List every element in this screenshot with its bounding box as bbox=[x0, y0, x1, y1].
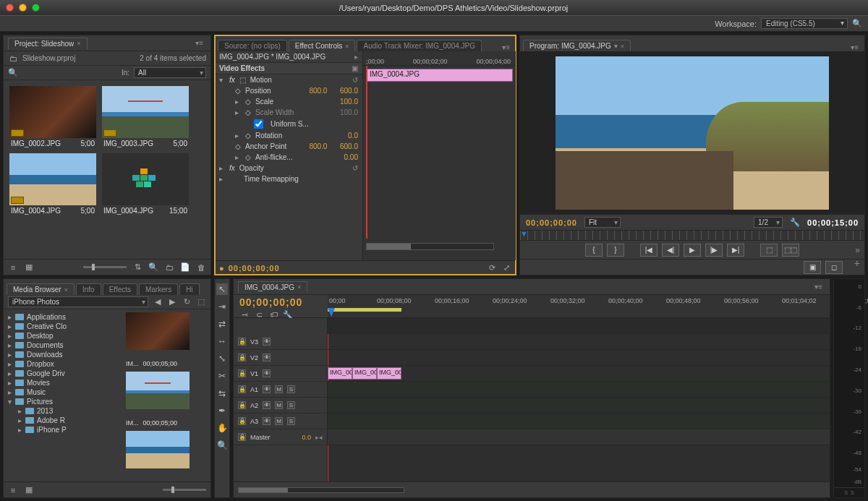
ripple-edit-tool[interactable]: ⇄ bbox=[216, 318, 228, 330]
search-icon[interactable]: 🔍 bbox=[852, 19, 862, 29]
audio-mixer-tab[interactable]: Audio Track Mixer: IMG_0004.JPG bbox=[357, 40, 482, 51]
reset-icon[interactable]: ↺ bbox=[352, 76, 358, 84]
icon-view-icon[interactable]: ▦ bbox=[24, 485, 34, 495]
effects-tab[interactable]: Effects bbox=[103, 283, 137, 295]
step-back-button[interactable]: ◀| bbox=[662, 244, 679, 257]
anchor-y[interactable]: 600.0 bbox=[340, 142, 358, 150]
list-view-icon[interactable]: ≡ bbox=[8, 262, 18, 273]
toggle-track-icon[interactable]: ▣ bbox=[352, 64, 358, 72]
selection-tool[interactable]: ↖ bbox=[216, 283, 228, 295]
close-icon[interactable]: × bbox=[621, 43, 624, 50]
expand-toggle[interactable]: ▾ bbox=[219, 76, 225, 84]
media-thumb[interactable] bbox=[126, 372, 190, 409]
rolling-edit-tool[interactable]: ↔ bbox=[216, 335, 228, 347]
project-tab[interactable]: Project: Slideshow× bbox=[8, 38, 88, 49]
media-source-dropdown[interactable]: iPhone Photos bbox=[8, 296, 148, 307]
folder-item[interactable]: ▸2013 bbox=[5, 406, 122, 416]
master-track-header[interactable]: 🔒Master0.0▸◂ bbox=[234, 429, 327, 445]
folder-item[interactable]: ▸Google Driv bbox=[5, 369, 122, 378]
play-button[interactable]: ▶ bbox=[684, 244, 701, 257]
refresh-icon[interactable]: ↻ bbox=[182, 297, 192, 307]
video-track-header[interactable]: 🔒V1👁 bbox=[234, 366, 327, 382]
ec-settings-icon[interactable]: ⤢ bbox=[501, 263, 511, 273]
info-tab[interactable]: Info bbox=[76, 283, 101, 295]
razor-tool[interactable]: ✂ bbox=[216, 370, 228, 382]
ec-scrollbar[interactable] bbox=[366, 243, 494, 250]
bin-item[interactable]: IMG_0004.JPG5;00 bbox=[9, 153, 96, 215]
solo-right[interactable]: S bbox=[851, 490, 854, 495]
new-item-icon[interactable]: 📄 bbox=[180, 262, 190, 273]
ec-time-ruler[interactable]: ;00;00 00;00;02;00 00;00;04;00 bbox=[363, 51, 516, 66]
motion-row[interactable]: Motion bbox=[250, 76, 348, 84]
extract-button[interactable]: ⬚⬚ bbox=[782, 244, 799, 257]
keyframe-toggle[interactable]: ◇ bbox=[245, 98, 251, 106]
timeline-clip[interactable]: IMG_000 bbox=[352, 367, 377, 380]
uniform-scale-checkbox[interactable] bbox=[254, 119, 263, 129]
markers-tab[interactable]: Markers bbox=[139, 283, 178, 295]
folder-item[interactable]: ▸Downloads bbox=[5, 350, 122, 359]
folder-item[interactable]: ▾Pictures bbox=[5, 397, 122, 406]
ec-clip-bar[interactable]: IMG_0004.JPG bbox=[366, 69, 513, 82]
audio-track-header[interactable]: 🔒A1👁MS bbox=[234, 382, 327, 398]
folder-item[interactable]: ▸Creative Clo bbox=[5, 322, 122, 331]
bin-item-sequence[interactable]: IMG_0004.JPG15;00 bbox=[102, 153, 189, 215]
ec-playhead[interactable] bbox=[366, 66, 367, 239]
work-area-bar[interactable] bbox=[328, 308, 401, 312]
workspace-dropdown[interactable]: Editing (CS5.5) bbox=[761, 18, 848, 29]
panel-menu-icon[interactable]: ▾≡ bbox=[812, 283, 825, 291]
loop-icon[interactable]: ⟳ bbox=[487, 263, 497, 273]
folder-item[interactable]: ▸Desktop bbox=[5, 331, 122, 341]
close-window-button[interactable] bbox=[6, 4, 14, 12]
folder-item[interactable]: ▸Music bbox=[5, 387, 122, 397]
hand-tool[interactable]: ✋ bbox=[216, 422, 228, 434]
timeline-ruler[interactable]: 00;00 00;00;08;00 00;00;16;00 00;00;24;0… bbox=[328, 295, 830, 317]
motion-transform-icon[interactable]: ⬚ bbox=[239, 76, 246, 84]
step-fwd-button[interactable]: |▶ bbox=[705, 244, 723, 257]
video-track-header[interactable]: 🔒V3👁 bbox=[234, 334, 327, 350]
keyframe-toggle[interactable]: ◇ bbox=[235, 87, 241, 95]
media-browser-tab[interactable]: Media Browser× bbox=[7, 283, 75, 295]
audio-track-header[interactable]: 🔒A3👁MS bbox=[234, 414, 327, 429]
opacity-row[interactable]: Opacity bbox=[239, 164, 348, 172]
mark-in-button[interactable]: { bbox=[585, 244, 603, 257]
folder-item[interactable]: ▸iPhone P bbox=[5, 425, 122, 434]
mark-out-button[interactable]: } bbox=[607, 244, 624, 257]
position-x[interactable]: 800.0 bbox=[309, 87, 327, 95]
folder-item[interactable]: ▸Applications bbox=[5, 312, 122, 322]
more-buttons-icon[interactable]: » bbox=[855, 245, 860, 255]
zoom-window-button[interactable] bbox=[32, 4, 40, 12]
search-icon[interactable]: 🔍 bbox=[148, 262, 158, 273]
go-to-in-button[interactable]: |◀ bbox=[640, 244, 658, 257]
panel-menu-icon[interactable]: ▾≡ bbox=[192, 39, 206, 47]
reset-icon[interactable]: ↺ bbox=[352, 164, 358, 172]
filter-dropdown[interactable]: All bbox=[134, 67, 206, 78]
nav-back-icon[interactable]: ◀ bbox=[153, 297, 163, 307]
minimize-window-button[interactable] bbox=[19, 4, 27, 12]
video-track-header[interactable]: 🔒V2👁 bbox=[234, 350, 327, 366]
ec-timecode[interactable]: 00;00;00;00 bbox=[229, 264, 280, 273]
timeline-tracks[interactable]: IMG_000 IMG_000 IMG_000 bbox=[328, 318, 830, 481]
time-remapping-row[interactable]: Time Remapping bbox=[244, 175, 358, 183]
rate-stretch-tool[interactable]: ⤡ bbox=[216, 353, 228, 364]
close-icon[interactable]: × bbox=[77, 40, 80, 47]
program-current-time[interactable]: 00;00;00;00 bbox=[526, 218, 577, 227]
source-tab[interactable]: Source: (no clips) bbox=[218, 40, 287, 51]
zoom-dropdown[interactable]: Fit bbox=[584, 217, 621, 228]
expand-toggle[interactable]: ▸ bbox=[235, 98, 241, 106]
list-view-icon[interactable]: ≡ bbox=[8, 485, 18, 495]
timeline-playhead[interactable] bbox=[328, 308, 335, 317]
panel-menu-icon[interactable]: ▾≡ bbox=[499, 43, 513, 51]
scale-value[interactable]: 100.0 bbox=[340, 98, 358, 106]
thumb-size-slider[interactable] bbox=[83, 266, 127, 268]
program-time-ruler[interactable]: ▼ bbox=[520, 230, 864, 240]
sort-icon[interactable]: ⇅ bbox=[132, 262, 142, 273]
export-frame-button[interactable]: ▣ bbox=[804, 261, 821, 274]
thumb-size-slider[interactable] bbox=[163, 489, 206, 491]
icon-view-icon[interactable]: ▦ bbox=[24, 262, 34, 273]
bin-icon[interactable]: 🗀 bbox=[8, 53, 18, 64]
media-thumb[interactable] bbox=[126, 431, 190, 468]
nav-fwd-icon[interactable]: ▶ bbox=[167, 297, 177, 307]
program-viewport[interactable] bbox=[520, 51, 864, 214]
bin-item[interactable]: IMG_0002.JPG5;00 bbox=[9, 86, 96, 147]
position-y[interactable]: 600.0 bbox=[340, 87, 358, 95]
